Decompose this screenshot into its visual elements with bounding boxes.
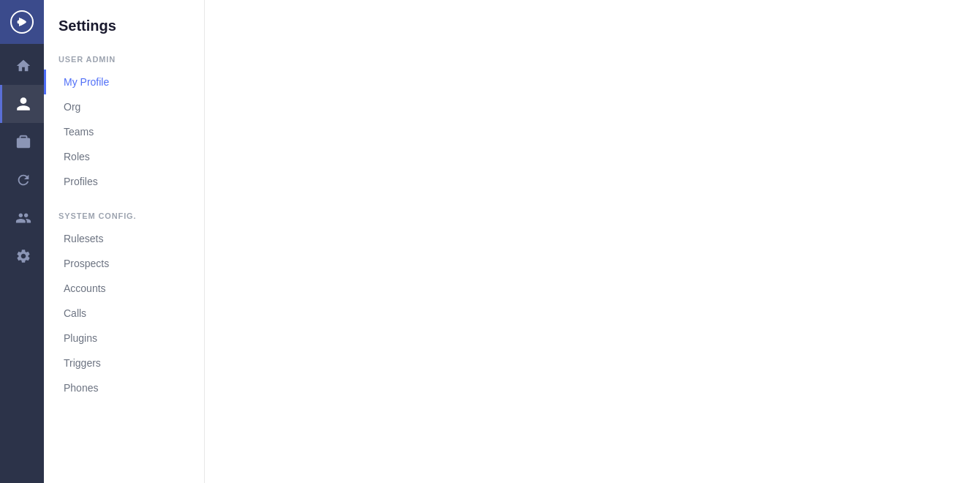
nav-item-plugins[interactable]: Plugins [44,326,204,351]
nav-item-org[interactable]: Org [44,94,204,119]
settings-title: Settings [44,18,204,49]
user-icon [15,96,31,112]
nav-item-user[interactable] [0,85,44,123]
logo-icon [10,10,34,34]
section-label-system-config: SYSTEM CONFIG. [44,206,204,226]
nav-item-calls[interactable]: Calls [44,301,204,326]
nav-item-home[interactable] [0,47,44,85]
nav-item-prospects[interactable]: Prospects [44,251,204,276]
section-system-config: SYSTEM CONFIG. Rulesets Prospects Accoun… [44,206,204,400]
nav-item-teams[interactable]: Teams [44,119,204,144]
nav-item-accounts[interactable]: Accounts [44,276,204,301]
svg-point-1 [18,20,21,24]
settings-icon [15,248,31,264]
home-icon [15,58,31,74]
briefcase-icon [15,134,31,150]
main-content [205,0,980,483]
section-user-admin: USER ADMIN My Profile Org Teams Roles Pr… [44,49,204,194]
team-settings-icon [15,210,31,226]
app-logo[interactable] [0,0,44,44]
nav-item-profiles[interactable]: Profiles [44,169,204,194]
nav-item-my-profile[interactable]: My Profile [44,70,204,94]
nav-item-phones[interactable]: Phones [44,375,204,400]
nav-item-team-settings[interactable] [0,199,44,237]
nav-item-roles[interactable]: Roles [44,144,204,169]
settings-sidebar: Settings USER ADMIN My Profile Org Teams… [44,0,205,483]
nav-item-rulesets[interactable]: Rulesets [44,226,204,251]
nav-item-settings[interactable] [0,237,44,275]
nav-rail [0,0,44,483]
nav-item-chart[interactable] [0,161,44,199]
chart-icon [15,172,31,188]
nav-item-triggers[interactable]: Triggers [44,351,204,375]
section-label-user-admin: USER ADMIN [44,49,204,70]
nav-item-briefcase[interactable] [0,123,44,161]
